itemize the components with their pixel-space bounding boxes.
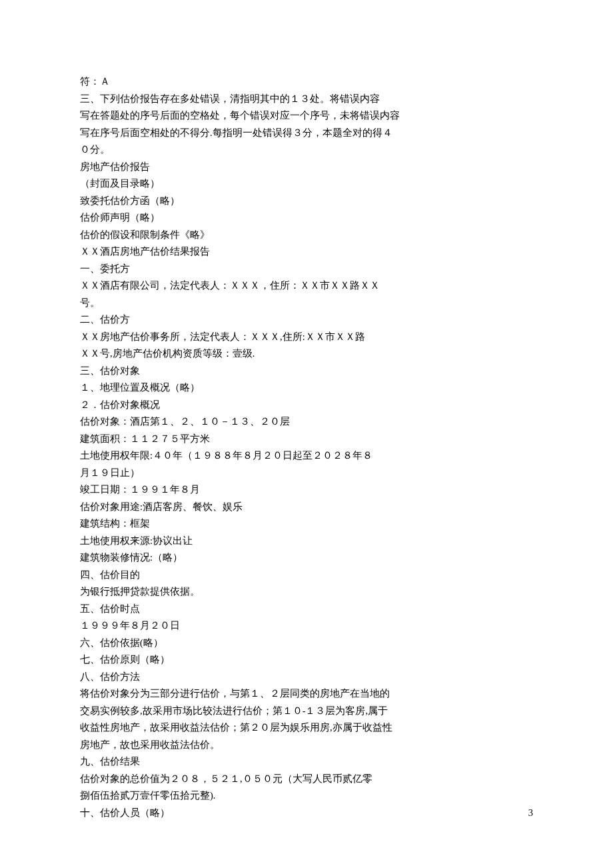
text-line: 写在序号后面空相处的不得分.每指明一处错误得３分，本题全对的得４ xyxy=(80,125,533,142)
text-line: 八、估价方法 xyxy=(80,669,533,686)
text-line: 土地使用权来源:协议出让 xyxy=(80,533,533,550)
text-line: 将估价对象分为三部分进行估价，与第１、２层同类的房地产在当地的 xyxy=(80,685,533,703)
text-line: 符：Ａ xyxy=(80,73,533,91)
text-line: 一、委托方 xyxy=(80,261,533,278)
text-line: 二、估价方 xyxy=(80,311,533,329)
text-line: ２．估价对象概况 xyxy=(80,397,533,414)
text-line: 致委托估价方函（略） xyxy=(80,193,533,210)
text-line: 估价的假设和限制条件《略》 xyxy=(80,227,533,244)
text-line: 房地产估价报告 xyxy=(80,159,533,176)
text-line: 建筑物装修情况:（略） xyxy=(80,549,533,567)
page-number: 3 xyxy=(528,805,533,822)
text-line: （封面及目录略） xyxy=(80,175,533,193)
text-line: 六、估价依据(略） xyxy=(80,635,533,652)
text-line: ＸＸ酒店有限公司，法定代表人：ＸＸＸ，住所：ＸＸ市ＸＸ路ＸＸ xyxy=(80,277,533,295)
text-line: 三、估价对象 xyxy=(80,363,533,380)
text-line: 为银行抵押贷款提供依据。 xyxy=(80,583,533,601)
text-line: ０分。 xyxy=(80,141,533,159)
text-line: 写在答题处的序号后面的空格处，每个错误对应一个序号，未将错误内容 xyxy=(80,107,533,125)
text-line: 建筑面积：１１２７５平方米 xyxy=(80,431,533,448)
text-line: 竣工日期：１９９１年８月 xyxy=(80,481,533,499)
text-line: 五、估价时点 xyxy=(80,601,533,618)
text-line: 四、估价目的 xyxy=(80,567,533,584)
document-page: 符：Ａ三、下列估价报告存在多处错误，清指明其中的１３处。将错误内容写在答题处的序… xyxy=(0,0,613,821)
text-line: １９９９年８月２０日 xyxy=(80,617,533,635)
text-line: 捌佰伍拾贰万壹仟零伍拾元整). xyxy=(80,787,533,805)
text-line: 七、估价原则（略） xyxy=(80,651,533,669)
text-line: 交易实例较多,故采用市场比较法进行估价；第１０-１３层为客房,属于 xyxy=(80,703,533,720)
text-line: ＸＸ号,房地产估价机构资质等级：壹级. xyxy=(80,345,533,363)
text-line: 建筑结构：框架 xyxy=(80,515,533,533)
text-line: １、地理位置及概况（略） xyxy=(80,379,533,397)
text-line: 十、估价人员（略） xyxy=(80,805,533,822)
text-line: 土地使用权年限:４０年（１９８８年８月２０日起至２０２８年８ xyxy=(80,447,533,465)
text-line: 号。 xyxy=(80,295,533,312)
text-line: ＸＸ酒店房地产估价结果报告 xyxy=(80,243,533,261)
text-line: 月１９日止） xyxy=(80,465,533,482)
text-line: 收益性房地产，故采用收益法估价；第２０层为娱乐用房,亦属于收益性 xyxy=(80,719,533,737)
text-line: 三、下列估价报告存在多处错误，清指明其中的１３处。将错误内容 xyxy=(80,91,533,108)
text-line: ＸＸ房地产估价事务所，法定代表人：ＸＸＸ,住所:ＸＸ市ＸＸ路 xyxy=(80,329,533,346)
text-line: 房地产，故也采用收益法估价。 xyxy=(80,737,533,754)
document-body: 符：Ａ三、下列估价报告存在多处错误，清指明其中的１３处。将错误内容写在答题处的序… xyxy=(80,73,533,821)
text-line: 估价对象用途:酒店客房、餐饮、娱乐 xyxy=(80,499,533,516)
text-line: 估价师声明（略） xyxy=(80,209,533,227)
text-line: 九、估价结果 xyxy=(80,753,533,771)
text-line: 估价对象：酒店第１、２、１０－１３、２０层 xyxy=(80,413,533,431)
text-line: 估价对象的总价值为２０８，５２１,０５０元（大写人民币贰亿零 xyxy=(80,771,533,788)
